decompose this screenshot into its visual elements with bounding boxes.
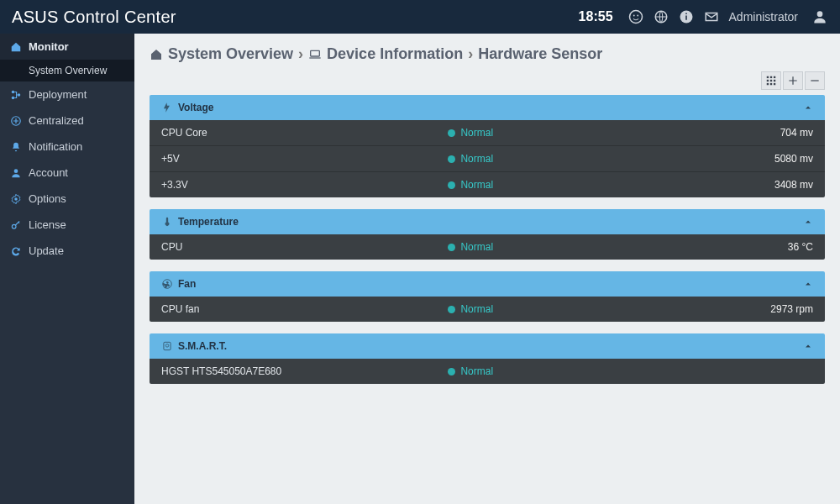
sidebar-item-label: Notification <box>29 140 82 153</box>
crumb-hardware-sensor: Hardware Sensor <box>478 45 602 63</box>
smile-icon[interactable] <box>628 9 643 24</box>
sidebar-item-update[interactable]: Update <box>0 238 134 264</box>
tree-icon <box>10 89 22 101</box>
sidebar-item-monitor[interactable]: Monitor <box>0 34 134 60</box>
smart-panel: S.M.A.R.T. HGST HTS545050A7E680 Normal <box>150 333 825 384</box>
sensor-value: 2973 rpm <box>643 303 813 315</box>
user-label[interactable]: Administrator <box>729 10 798 24</box>
grid-view-button[interactable] <box>761 71 781 90</box>
panel-title: Voltage <box>178 102 213 113</box>
minus-icon <box>809 75 821 87</box>
temperature-panel-header[interactable]: Temperature <box>150 209 825 234</box>
smart-panel-header[interactable]: S.M.A.R.T. <box>150 333 825 359</box>
chevron-right-icon: › <box>468 45 473 63</box>
voltage-panel: Voltage CPU Core Normal 704 mv +5V Norma… <box>150 95 825 197</box>
info-icon[interactable] <box>679 9 694 24</box>
sidebar-subitem-system-overview[interactable]: System Overview <box>0 60 134 81</box>
sensor-value: 3408 mv <box>643 179 813 191</box>
sidebar-item-options[interactable]: Options <box>0 186 134 212</box>
sensor-value: 704 mv <box>643 127 813 139</box>
crumb-device-information[interactable]: Device Information <box>327 45 463 63</box>
collapse-all-button[interactable] <box>805 71 825 90</box>
topbar-right: 18:55 Administrator <box>579 8 828 25</box>
drive-icon <box>161 340 173 352</box>
smart-panel-body: HGST HTS545050A7E680 Normal <box>150 359 825 384</box>
chevron-up-icon <box>803 102 813 113</box>
user-avatar-icon[interactable] <box>811 8 828 25</box>
svg-rect-19 <box>767 80 769 81</box>
sidebar-item-label: Monitor <box>29 40 69 53</box>
expand-all-button[interactable] <box>783 71 803 90</box>
svg-point-13 <box>14 197 18 201</box>
breadcrumb: System Overview › Device Information › H… <box>134 34 840 71</box>
svg-rect-21 <box>774 80 775 81</box>
user-icon <box>10 167 22 179</box>
main-content: System Overview › Device Information › H… <box>134 34 840 504</box>
plus-circle-icon <box>10 115 22 127</box>
sensor-name: HGST HTS545050A7E680 <box>161 365 448 377</box>
sensor-value: 36 °C <box>643 241 813 253</box>
sidebar-item-account[interactable]: Account <box>0 160 134 186</box>
voltage-panel-body: CPU Core Normal 704 mv +5V Normal 5080 m… <box>150 120 825 197</box>
bell-icon <box>10 141 22 153</box>
thermometer-icon <box>161 216 173 228</box>
sidebar-item-centralized[interactable]: Centralized <box>0 108 134 134</box>
chevron-up-icon <box>803 341 813 351</box>
sensor-name: CPU fan <box>161 303 448 315</box>
sensor-status: Normal <box>448 303 643 315</box>
mail-icon[interactable] <box>704 9 719 24</box>
chevron-right-icon: › <box>298 45 303 63</box>
sidebar-item-deployment[interactable]: Deployment <box>0 81 134 108</box>
sensor-value: 5080 mv <box>643 153 813 165</box>
laptop-icon <box>308 48 322 61</box>
sensor-row: CPU fan Normal 2973 rpm <box>150 297 825 322</box>
svg-point-7 <box>817 11 823 17</box>
home-icon <box>10 41 22 53</box>
sidebar-item-license[interactable]: License <box>0 212 134 238</box>
globe-icon[interactable] <box>654 9 669 24</box>
refresh-icon <box>10 245 22 257</box>
svg-rect-6 <box>685 13 687 15</box>
panel-title: Temperature <box>178 216 239 228</box>
svg-point-27 <box>165 344 169 348</box>
sensor-row: CPU Core Normal 704 mv <box>150 120 825 146</box>
status-dot-icon <box>448 244 455 251</box>
sidebar-item-label: Centralized <box>29 114 84 127</box>
svg-rect-26 <box>164 342 171 349</box>
voltage-icon <box>161 102 173 113</box>
svg-point-2 <box>637 15 638 17</box>
sidebar-item-label: Deployment <box>29 88 87 101</box>
svg-point-14 <box>12 224 16 228</box>
fan-icon <box>161 278 173 290</box>
sidebar-item-notification[interactable]: Notification <box>0 134 134 160</box>
panel-title: Fan <box>178 278 196 290</box>
status-dot-icon <box>448 368 455 375</box>
sidebar-item-label: Options <box>29 192 66 205</box>
status-dot-icon <box>448 155 455 163</box>
crumb-system-overview[interactable]: System Overview <box>168 45 293 63</box>
sidebar-item-label: Account <box>29 166 68 179</box>
gear-icon <box>10 193 22 205</box>
svg-rect-5 <box>685 16 687 20</box>
svg-point-1 <box>633 15 634 17</box>
panel-title: S.M.A.R.T. <box>178 340 227 352</box>
svg-rect-16 <box>767 76 769 78</box>
panel-toolbar <box>134 71 840 95</box>
grid-icon <box>765 75 777 87</box>
svg-rect-17 <box>770 76 772 78</box>
status-dot-icon <box>448 181 455 189</box>
sensor-status: Normal <box>448 153 643 165</box>
sensor-status: Normal <box>448 241 643 253</box>
chevron-up-icon <box>803 217 813 227</box>
svg-point-0 <box>629 11 642 24</box>
svg-rect-15 <box>311 50 320 56</box>
sensor-row: CPU Normal 36 °C <box>150 234 825 260</box>
sensor-name: +5V <box>161 153 448 165</box>
svg-point-9 <box>12 96 15 99</box>
top-bar: ASUS Control Center 18:55 Administrator <box>0 0 840 34</box>
svg-rect-18 <box>774 76 775 78</box>
sensor-row: +5V Normal 5080 mv <box>150 146 825 172</box>
svg-rect-20 <box>770 80 772 81</box>
fan-panel-header[interactable]: Fan <box>150 271 825 297</box>
voltage-panel-header[interactable]: Voltage <box>150 95 825 120</box>
